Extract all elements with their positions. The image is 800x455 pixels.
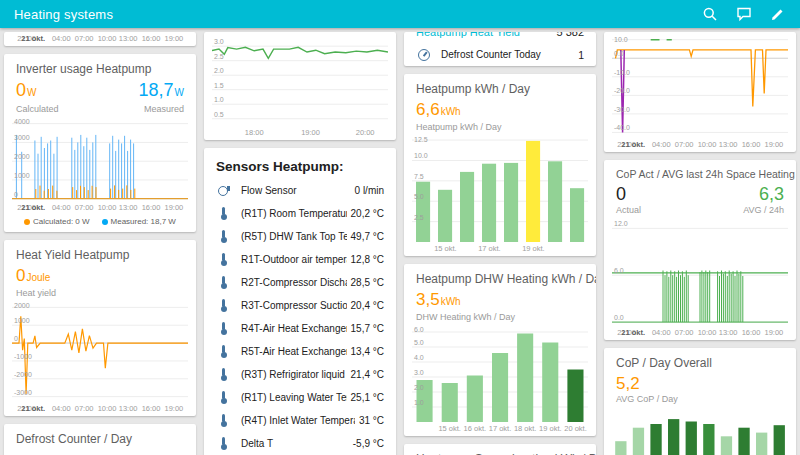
sensor-value: 49,7 °C: [351, 231, 384, 242]
legend-dot: [102, 219, 108, 225]
card-inverter-usage: Inverter usage Heatpump 0W Calculated 18…: [4, 54, 196, 232]
thermometer-icon: [216, 275, 231, 290]
card-title: Heatpump DHW Heating kWh / Day: [404, 264, 596, 288]
card-title: Heat Yield Heatpump: [4, 240, 196, 264]
stat-cop-day[interactable]: 5,2 AVG CoP / Day: [604, 372, 796, 404]
sensor-name: R4T-Air Heat Exchanger Temp.: [241, 323, 347, 334]
inverter-chart: 40003000200010000: [12, 118, 188, 201]
sensor-value: 15,7 °C: [351, 323, 384, 334]
sensor-row[interactable]: R4T-Air Heat Exchanger Temp. 15,7 °C: [204, 317, 396, 340]
stat-heat-yield[interactable]: 0Joule Heat yield: [4, 264, 196, 298]
thermometer-icon: [216, 436, 231, 451]
sensor-row[interactable]: R5T-Air Heat Exchanger mid Temp. 13,4 °C: [204, 340, 396, 363]
sensor-value: 20,4 °C: [351, 300, 384, 311]
dashboard: 21:0021 okt.04:0007:0010:0013:0016:0019:…: [0, 28, 800, 455]
date-axis: 15 okt.16 okt.17 okt.18 okt.19 okt.20 ok…: [412, 423, 588, 434]
sensor-name: R5T-Air Heat Exchanger mid Temp.: [241, 346, 347, 357]
thermometer-icon: [216, 367, 231, 382]
card-clipped-history-chart: 21:0021 okt.04:0007:0010:0013:0016:0019:…: [4, 32, 196, 46]
legend-dot: [24, 219, 30, 225]
sensor-value: 28,5 °C: [351, 277, 384, 288]
sensor-name: (R5T) DHW Tank Top Temperature: [241, 231, 347, 242]
sensor-value: 25,1 °C: [351, 392, 384, 403]
time-axis: 21:0021 okt.04:0007:0010:0013:0016:0019:…: [12, 202, 188, 213]
sensor-value: -5,9 °C: [353, 438, 384, 449]
sensor-name: R2T-Compressor Discharge Temp.: [241, 277, 347, 288]
search-icon[interactable]: [702, 6, 718, 22]
sensor-row[interactable]: (R1T) Room Temperature 20,2 °C: [204, 202, 396, 225]
heat-yield-link-row[interactable]: Heatpump Heat Yield 5 382: [404, 32, 596, 43]
sensors-title: Sensors Heatpump:: [204, 148, 396, 179]
sensor-list: Flow Sensor 0 l/min (R1T) Room Temperatu…: [204, 179, 396, 455]
thermometer-icon: [216, 413, 231, 428]
sensor-name: (R3T) Refrigirator liquid Temp.: [241, 369, 347, 380]
clipped-line-chart: 3.02.52.01.51.00.5: [212, 36, 388, 126]
dhw-day-bar-chart: 6.05.04.03.02.01.0: [412, 326, 588, 422]
time-axis: 21:0021 okt.04:0007:0010:0013:0016:0019:…: [12, 403, 188, 414]
card-cop-day-overall: CoP / Day Overall 5,2 AVG CoP / Day: [604, 348, 796, 455]
thermometer-icon: [216, 344, 231, 359]
sensor-row[interactable]: Flow Sensor 0 l/min: [204, 179, 396, 202]
sensor-value: 0 l/min: [355, 185, 384, 196]
stat-kwh-day[interactable]: 6,6kWh Heatpump kWh / Day: [404, 98, 596, 132]
sensor-name: (R4T) Inlet Water Temperature: [241, 415, 355, 426]
cop-day-bar-chart: [612, 408, 788, 455]
stat-calculated[interactable]: 0W Calculated: [16, 80, 59, 114]
sensor-row[interactable]: R1T-Outdoor air temperature 12,8 °C: [204, 248, 396, 271]
defrost-day-value[interactable]: 1: [4, 448, 196, 455]
chat-icon[interactable]: [736, 6, 752, 22]
chart-legend: Calculated: 0 WMeasured: 18,7 W: [4, 215, 196, 232]
time-axis: 18:0019:0020:00: [212, 127, 388, 138]
card-clipped-counters: Heatpump Heat Yield 5 382 Defrost Counte…: [404, 32, 596, 66]
sensor-row[interactable]: (R3T) Refrigirator liquid Temp. 21,4 °C: [204, 363, 396, 386]
thermometer-icon: [216, 390, 231, 405]
sensor-name: R1T-Outdoor air temperature: [241, 254, 347, 265]
time-axis: 21:0021 okt.04:0007:0010:0013:0016:0019:…: [612, 327, 788, 338]
stat-dhw-day[interactable]: 3,5kWh DHW Heating kWh / Day: [404, 288, 596, 322]
sensor-value: 21,4 °C: [351, 369, 384, 380]
sensor-value: 31 °C: [359, 415, 384, 426]
sensor-row[interactable]: Delta T -5,9 °C: [204, 432, 396, 455]
sensor-row[interactable]: (R4T) Inlet Water Temperature 31 °C: [204, 409, 396, 432]
sensor-row[interactable]: R3T-Compressor Suction Temp. 20,4 °C: [204, 294, 396, 317]
stat-cop-actual[interactable]: 0 Actual: [616, 184, 641, 215]
date-axis: 15 okt.17 okt.19 okt.: [412, 243, 588, 254]
card-dhw-kwh-day: Heatpump DHW Heating kWh / Day 3,5kWh DH…: [404, 264, 596, 436]
legend-item: Measured: 18,7 W: [102, 217, 176, 226]
thermometer-icon: [216, 321, 231, 336]
card-title: Defrost Counter / Day: [4, 424, 196, 448]
clipped-temp-chart: 10.00.0-10.0-20.0-30.0-40.0: [612, 36, 788, 138]
sensor-name: Delta T: [241, 438, 349, 449]
defrost-today-row[interactable]: Defrost Counter Today 1: [404, 43, 596, 66]
column-4: 10.00.0-10.0-20.0-30.0-40.0 21:0021 okt.…: [604, 32, 796, 455]
card-sensors: Sensors Heatpump: Flow Sensor 0 l/min (R…: [204, 148, 396, 455]
card-title: Heatpump Space heating kWh / Day: [404, 444, 596, 455]
card-heatpump-kwh-day: Heatpump kWh / Day 6,6kWh Heatpump kWh /…: [404, 74, 596, 256]
app-header: Heating systems: [0, 0, 800, 28]
card-space-heating-kwh-day: Heatpump Space heating kWh / Day: [404, 444, 596, 455]
card-defrost-counter-day: Defrost Counter / Day 1: [4, 424, 196, 455]
sensor-row[interactable]: R2T-Compressor Discharge Temp. 28,5 °C: [204, 271, 396, 294]
cop-act-chart: 12.06.00.0: [612, 219, 788, 326]
sensor-name: (R1T) Room Temperature: [241, 208, 347, 219]
page-title: Heating systems: [14, 7, 702, 22]
sensor-value: 13,4 °C: [351, 346, 384, 357]
card-clipped-cop-chart: 3.02.52.01.51.00.5 18:0019:0020:00: [204, 32, 396, 140]
thermometer-icon: [216, 229, 231, 244]
card-title: Heatpump kWh / Day: [404, 74, 596, 98]
stat-cop-avg[interactable]: 6,3 AVG / 24h: [743, 184, 784, 215]
thermometer-icon: [216, 183, 231, 198]
stat-measured[interactable]: 18,7W Measured: [139, 80, 185, 114]
edit-icon[interactable]: [770, 6, 786, 22]
thermometer-icon: [216, 252, 231, 267]
sensor-row[interactable]: (R1T) Leaving Water Temperature 25,1 °C: [204, 386, 396, 409]
sensor-name: (R1T) Leaving Water Temperature: [241, 392, 347, 403]
thermometer-icon: [216, 206, 231, 221]
card-cop-act-avg: CoP Act / AVG last 24h Space Heating 0 A…: [604, 160, 796, 340]
sensor-row[interactable]: (R5T) DHW Tank Top Temperature 49,7 °C: [204, 225, 396, 248]
column-2: 3.02.52.01.51.00.5 18:0019:0020:00 Senso…: [204, 32, 396, 455]
sensor-name: Flow Sensor: [241, 185, 351, 196]
counter-icon: [416, 47, 431, 62]
column-1: 21:0021 okt.04:0007:0010:0013:0016:0019:…: [4, 32, 196, 455]
sensor-value: 12,8 °C: [351, 254, 384, 265]
